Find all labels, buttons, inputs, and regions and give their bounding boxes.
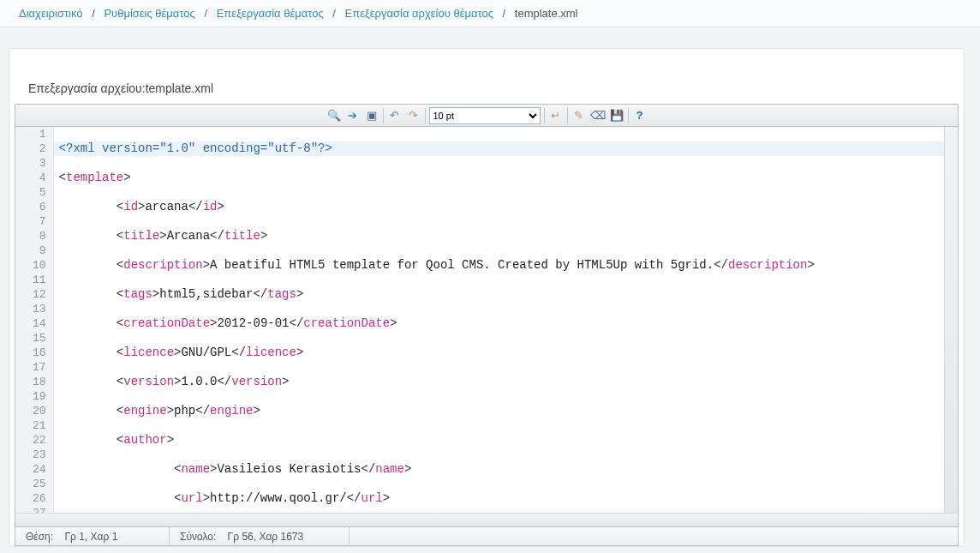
status-total: Σύνολο: Γρ 56, Χαρ 1673 <box>170 527 350 545</box>
toolbar-separator <box>383 108 384 123</box>
page-title: Επεξεργασία αρχείου:template.xml <box>9 49 964 104</box>
find-icon[interactable]: 🔍 <box>326 108 342 123</box>
editor-toolbar: 🔍 ➔ ▣ ↶ ↷ 10 pt ↵ ✎ ⌫ 💾 ? <box>15 105 958 127</box>
redo-icon[interactable]: ↷ <box>406 108 421 123</box>
breadcrumb-theme-settings[interactable]: Ρυθμίσεις θέματος <box>104 7 194 20</box>
code-editor: 🔍 ➔ ▣ ↶ ↷ 10 pt ↵ ✎ ⌫ 💾 ? 12345678910111… <box>15 104 959 546</box>
fontsize-select[interactable]: 10 pt <box>429 107 541 124</box>
highlight-icon[interactable]: ✎ <box>571 108 587 123</box>
breadcrumb-sep: / <box>503 7 506 20</box>
status-bar: Θέση: Γρ 1, Χαρ 1 Σύνολο: Γρ 56, Χαρ 167… <box>15 526 958 545</box>
breadcrumb-sep: / <box>332 7 336 20</box>
undo-icon[interactable]: ↶ <box>387 108 403 123</box>
breadcrumb-admin[interactable]: Διαχειριστικό <box>19 7 83 20</box>
help-icon[interactable]: ? <box>632 108 648 123</box>
scrollbar-vertical[interactable] <box>944 127 958 513</box>
toolbar-separator <box>544 108 545 123</box>
save-icon[interactable]: 💾 <box>609 108 624 123</box>
code-content[interactable]: <?xml version="1.0" encoding="utf-8"?> <… <box>54 127 944 513</box>
breadcrumb: Διαχειριστικό / Ρυθμίσεις θέματος / Επεξ… <box>0 0 980 27</box>
goto-line-icon[interactable]: ➔ <box>345 108 361 123</box>
breadcrumb-edit-theme[interactable]: Επεξεργασία θέματος <box>217 7 324 20</box>
toolbar-separator <box>425 108 426 123</box>
code-area[interactable]: 1234567891011121314151617181920212223242… <box>15 127 958 513</box>
wrap-icon[interactable]: ↵ <box>548 108 564 123</box>
breadcrumb-sep: / <box>204 7 207 20</box>
fullscreen-icon[interactable]: ▣ <box>364 108 379 123</box>
breadcrumb-sep: / <box>92 7 95 20</box>
status-position: Θέση: Γρ 1, Χαρ 1 <box>15 527 170 545</box>
breadcrumb-current: template.xml <box>515 7 578 20</box>
scrollbar-horizontal[interactable] <box>15 513 958 526</box>
toolbar-separator <box>628 108 629 123</box>
line-number-gutter: 1234567891011121314151617181920212223242… <box>15 127 54 513</box>
toolbar-separator <box>567 108 568 123</box>
eraser-icon[interactable]: ⌫ <box>590 108 606 123</box>
breadcrumb-edit-theme-file[interactable]: Επεξεργασία αρχείου θέματος <box>345 7 493 20</box>
